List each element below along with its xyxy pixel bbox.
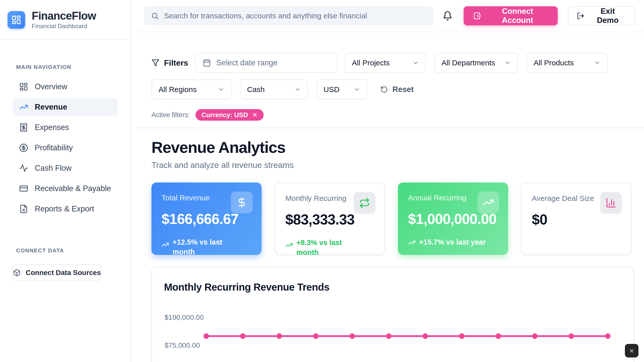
chevron-down-icon bbox=[594, 60, 600, 66]
sidebar: FinanceFlow Financial Dashboard MAIN NAV… bbox=[0, 0, 131, 362]
projects-dropdown[interactable]: All Projects bbox=[345, 53, 426, 73]
filters-label: Filters bbox=[164, 58, 188, 68]
y-axis-tick-label: $75,000.00 bbox=[165, 341, 200, 349]
exit-demo-button[interactable]: Exit Demo bbox=[568, 6, 635, 25]
activity-icon bbox=[19, 164, 28, 173]
data-point[interactable] bbox=[313, 333, 318, 339]
trending-up-icon bbox=[483, 197, 494, 208]
chevron-down-icon bbox=[218, 86, 224, 93]
currency-dropdown[interactable]: USD bbox=[316, 79, 367, 100]
kpi-card-average-deal-size: Average Deal Size $0 bbox=[521, 183, 631, 255]
data-point[interactable] bbox=[349, 333, 355, 339]
dollar-sign-icon bbox=[236, 197, 247, 208]
sidebar-item-overview[interactable]: Overview bbox=[13, 78, 118, 96]
dismiss-overlay-button[interactable]: × bbox=[625, 344, 638, 357]
mrr-trends-chart-card: Monthly Recurring Revenue Trends $100,00… bbox=[151, 266, 634, 362]
mrr-line-chart[interactable]: $100,000.00$75,000.00$50,000.00 bbox=[152, 267, 634, 362]
products-dropdown[interactable]: All Products bbox=[527, 53, 608, 73]
connect-data-sources-button[interactable]: Connect Data Sources bbox=[13, 264, 101, 281]
filter-icon bbox=[151, 59, 159, 67]
kpi-delta: +8.3% vs last month bbox=[285, 238, 374, 257]
departments-dropdown[interactable]: All Departments bbox=[434, 53, 518, 73]
search-input[interactable] bbox=[164, 12, 426, 20]
search-icon bbox=[151, 12, 159, 20]
bar-chart-icon bbox=[606, 197, 617, 208]
remove-filter-icon[interactable]: ✕ bbox=[252, 112, 258, 118]
date-range-picker[interactable] bbox=[195, 53, 337, 73]
app-subtitle: Financial Dashboard bbox=[32, 23, 96, 30]
accounting-method-value: Cash bbox=[247, 85, 265, 94]
currency-dropdown-value: USD bbox=[324, 85, 339, 94]
kpi-card-annual-recurring: Annual Recurring $1,000,000.00 +15.7% vs… bbox=[398, 183, 508, 255]
sidebar-item-profitability[interactable]: Profitability bbox=[13, 139, 118, 157]
sidebar-item-label: Profitability bbox=[35, 143, 73, 152]
layout-dashboard-icon bbox=[11, 15, 21, 25]
log-out-icon bbox=[577, 12, 584, 20]
global-search bbox=[144, 6, 433, 25]
active-filters-row: Active filters: Currency: USD ✕ bbox=[151, 109, 634, 121]
wallet-icon bbox=[473, 12, 481, 20]
kpi-card-monthly-recurring: Monthly Recurring $83,333.33 +8.3% vs la… bbox=[275, 183, 385, 255]
page-subtitle: Track and analyze all revenue streams bbox=[151, 160, 634, 170]
departments-dropdown-value: All Departments bbox=[441, 59, 495, 67]
chip-label: Currency: USD bbox=[202, 111, 248, 119]
repeat-icon bbox=[359, 197, 370, 208]
main-navigation: Overview Revenue Expenses Profitability bbox=[0, 70, 130, 218]
chevron-down-icon bbox=[354, 86, 360, 93]
data-point[interactable] bbox=[276, 333, 282, 339]
data-point[interactable] bbox=[496, 333, 501, 339]
sidebar-item-expenses[interactable]: Expenses bbox=[13, 119, 118, 136]
data-point[interactable] bbox=[605, 333, 611, 339]
chevron-down-icon bbox=[294, 86, 301, 93]
bell-icon bbox=[442, 11, 453, 21]
file-text-icon bbox=[19, 204, 28, 213]
projects-dropdown-value: All Projects bbox=[352, 59, 390, 67]
connect-data-sources-label: Connect Data Sources bbox=[26, 269, 101, 277]
data-point[interactable] bbox=[240, 333, 246, 339]
data-point[interactable] bbox=[204, 333, 209, 339]
kpi-icon-box bbox=[231, 192, 253, 213]
trending-up-icon bbox=[19, 103, 28, 112]
trending-up-icon bbox=[408, 239, 416, 246]
sidebar-item-receivable-payable[interactable]: Receivable & Payable bbox=[13, 180, 118, 197]
connect-account-button[interactable]: Connect Account bbox=[464, 6, 558, 25]
nav-section-label: MAIN NAVIGATION bbox=[0, 64, 130, 70]
app-logo-row: FinanceFlow Financial Dashboard bbox=[0, 0, 130, 40]
kpi-delta: +12.5% vs last month bbox=[162, 237, 252, 257]
data-point[interactable] bbox=[423, 333, 428, 339]
data-point[interactable] bbox=[386, 333, 391, 339]
filters-title: Filters bbox=[151, 58, 188, 68]
box-icon bbox=[13, 269, 21, 277]
data-point[interactable] bbox=[459, 333, 465, 339]
sidebar-item-cash-flow[interactable]: Cash Flow bbox=[13, 159, 118, 177]
layout-dashboard-icon bbox=[19, 82, 28, 91]
kpi-icon-box bbox=[354, 192, 375, 214]
y-axis-tick-label: $100,000.00 bbox=[165, 313, 204, 322]
calendar-icon bbox=[203, 59, 211, 67]
circle-dollar-icon bbox=[19, 143, 28, 152]
reset-filters-button[interactable]: Reset bbox=[380, 85, 414, 94]
active-filter-chip-currency[interactable]: Currency: USD ✕ bbox=[195, 109, 264, 121]
regions-dropdown[interactable]: All Regions bbox=[151, 79, 231, 100]
receipt-icon bbox=[19, 123, 28, 132]
filters-panel: Filters All Projects All Departments All… bbox=[131, 32, 644, 128]
line-series bbox=[152, 267, 634, 362]
kpi-card-total-revenue: Total Revenue $166,666.67 +12.5% vs last… bbox=[151, 183, 262, 255]
page-content: Revenue Analytics Track and analyze all … bbox=[131, 128, 644, 362]
data-point[interactable] bbox=[532, 333, 538, 339]
top-header: Connect Account Exit Demo bbox=[131, 0, 644, 32]
trending-up-icon bbox=[285, 241, 293, 249]
app-logo bbox=[8, 11, 25, 29]
sidebar-item-label: Overview bbox=[35, 82, 67, 91]
sidebar-item-revenue[interactable]: Revenue bbox=[13, 98, 118, 116]
exit-demo-label: Exit Demo bbox=[590, 7, 626, 25]
products-dropdown-value: All Products bbox=[534, 59, 574, 67]
sidebar-item-reports-export[interactable]: Reports & Export bbox=[13, 200, 118, 218]
connect-account-label: Connect Account bbox=[487, 7, 548, 25]
date-range-input[interactable] bbox=[216, 58, 330, 67]
accounting-method-dropdown[interactable]: Cash bbox=[240, 79, 308, 100]
kpi-icon-box bbox=[600, 192, 622, 214]
notifications-button[interactable] bbox=[442, 11, 453, 21]
rotate-ccw-icon bbox=[380, 86, 388, 93]
data-point[interactable] bbox=[569, 333, 574, 339]
